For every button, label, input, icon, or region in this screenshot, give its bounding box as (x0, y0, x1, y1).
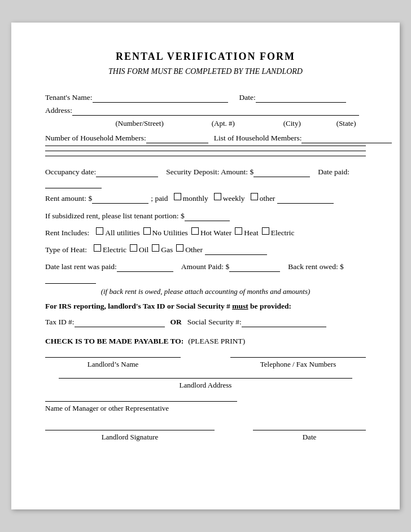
date-paid-label: Date paid: (318, 165, 349, 179)
all-utilities-label: All utilities (105, 226, 139, 240)
date-label: Date: (239, 93, 256, 102)
landlord-name-sig-label: Landlord’s Name (88, 360, 139, 369)
address-label: Address: (45, 106, 72, 115)
oil-checkbox[interactable] (130, 244, 137, 252)
blank-line-1 (45, 146, 366, 146)
other-heat-checkbox[interactable] (176, 244, 183, 252)
security-deposit-label: Security Deposit: Amount: $ (166, 165, 253, 179)
tax-id-row: Tax ID #: OR Social Security #: (45, 315, 366, 329)
gas-label: Gas (161, 243, 173, 257)
date-last-rent-input[interactable] (117, 262, 173, 272)
form-title: RENTAL VERIFICATION FORM (45, 51, 366, 63)
landlord-address-block: Landlord Address (45, 378, 366, 390)
list-household-input[interactable] (301, 134, 392, 143)
electric-heat-checkbox[interactable] (94, 244, 101, 252)
heat-label: Heat (244, 226, 258, 240)
irs-section: For IRS reporting, landlord's Tax ID or … (45, 301, 366, 311)
heat-checkbox[interactable] (235, 227, 242, 235)
address-row: Address: (45, 106, 366, 116)
electric-label: Electric (271, 226, 295, 240)
tax-id-input[interactable] (75, 318, 165, 327)
number-street-label: (Number/Street) (90, 119, 189, 128)
rent-includes-label: Rent Includes: (45, 226, 89, 240)
social-security-input[interactable] (242, 318, 326, 327)
blank-line-3 (45, 156, 366, 156)
back-rent-input[interactable] (45, 274, 96, 284)
monthly-label: monthly (183, 192, 208, 205)
date-input[interactable] (256, 93, 346, 103)
other-checkbox[interactable] (251, 193, 258, 200)
amount-paid-input[interactable] (229, 262, 280, 272)
type-of-heat-row: Type of Heat: Electric Oil Gas Other (45, 243, 366, 257)
rent-amount-label: Rent amount: $ (45, 192, 92, 205)
manager-rep-label: Name of Manager or other Representative (45, 404, 169, 413)
manager-rep-line (45, 401, 237, 402)
tax-id-label: Tax ID #: (45, 315, 75, 329)
list-household-label: List of Household Members: (214, 134, 302, 143)
telephone-fax-sig-label: Telephone / Fax Numbers (260, 360, 336, 369)
signature-date-row: Landlord Signature Date (45, 430, 366, 442)
other-rent-input[interactable] (277, 194, 334, 204)
type-of-heat-label: Type of Heat: (45, 243, 87, 257)
electric-heat-label: Electric (103, 243, 126, 257)
tenant-name-input[interactable] (93, 93, 228, 103)
occupancy-date-input[interactable] (96, 168, 158, 177)
no-utilities-checkbox[interactable] (143, 227, 151, 235)
electric-checkbox[interactable] (262, 227, 269, 235)
check-payable-label: CHECK IS TO BE MADE PAYABLE TO: (45, 337, 183, 345)
other-label: other (260, 192, 276, 205)
hot-water-checkbox[interactable] (191, 227, 199, 235)
telephone-fax-block: Telephone / Fax Numbers (230, 357, 366, 369)
city-label: (City) (257, 119, 326, 128)
blank-line-2 (45, 151, 366, 151)
please-print-label: (PLEASE PRINT) (188, 337, 245, 345)
gas-checkbox[interactable] (152, 244, 159, 252)
household-members-input[interactable] (146, 134, 208, 143)
weekly-checkbox[interactable] (214, 193, 221, 200)
date-sig-block: Date (253, 430, 366, 442)
manager-rep-block: Name of Manager or other Representative (45, 401, 366, 413)
occupancy-row: Occupancy date: Security Deposit: Amount… (45, 165, 366, 188)
state-label: (State) (326, 119, 366, 128)
landlord-name-block: Landlord’s Name (45, 357, 181, 369)
form-subtitle: THIS FORM MUST BE COMPLETED BY THE LANDL… (45, 67, 366, 76)
landlord-address-label: Landlord Address (180, 381, 232, 390)
date-last-rent-row: Date last rent was paid: Amount Paid: $ … (45, 260, 366, 283)
landlord-address-line (59, 378, 352, 379)
occupancy-date-label: Occupancy date: (45, 165, 96, 179)
date-sig-line (253, 430, 366, 430)
landlord-name-line (45, 357, 181, 358)
hot-water-label: Hot Water (200, 226, 231, 240)
subsidized-input[interactable] (185, 212, 230, 221)
other-heat-label: Other (185, 243, 203, 257)
other-heat-input[interactable] (205, 245, 267, 255)
address-input[interactable] (72, 106, 359, 116)
weekly-label: weekly (223, 192, 245, 205)
form-page: RENTAL VERIFICATION FORM THIS FORM MUST … (11, 23, 400, 509)
monthly-checkbox[interactable] (174, 193, 181, 200)
check-payable-row: CHECK IS TO BE MADE PAYABLE TO: (PLEASE … (45, 336, 366, 346)
date-sig-label: Date (303, 433, 317, 442)
irs-label-prefix: For IRS reporting, landlord's Tax ID or … (45, 302, 232, 310)
or-label: OR (170, 315, 182, 329)
security-deposit-input[interactable] (253, 168, 310, 177)
rent-amount-input[interactable] (92, 194, 148, 204)
landlord-phone-row: Landlord’s Name Telephone / Fax Numbers (45, 357, 366, 369)
landlord-signature-line (45, 430, 215, 430)
landlord-signature-label: Landlord Signature (102, 433, 159, 442)
apt-label: (Apt. #) (189, 119, 257, 128)
back-rent-label: Back rent owed: $ (288, 260, 344, 274)
rent-amount-row: Rent amount: $ ; paid monthly weekly oth… (45, 192, 366, 205)
household-row: Number of Household Members: List of Hou… (45, 134, 366, 143)
irs-label-suffix: be provided: (248, 302, 291, 310)
subsidized-row: If subsidized rent, please list tenant p… (45, 209, 366, 223)
amount-paid-label: Amount Paid: $ (181, 260, 230, 274)
telephone-fax-line (230, 357, 366, 358)
household-members-label: Number of Household Members: (45, 134, 146, 143)
oil-label: Oil (139, 243, 148, 257)
all-utilities-checkbox[interactable] (96, 227, 103, 235)
tenant-name-row: Tenant's Name: Date: (45, 93, 366, 103)
social-security-label: Social Security #: (187, 315, 242, 329)
date-last-rent-label: Date last rent was paid: (45, 260, 117, 274)
date-paid-input[interactable] (45, 179, 102, 188)
